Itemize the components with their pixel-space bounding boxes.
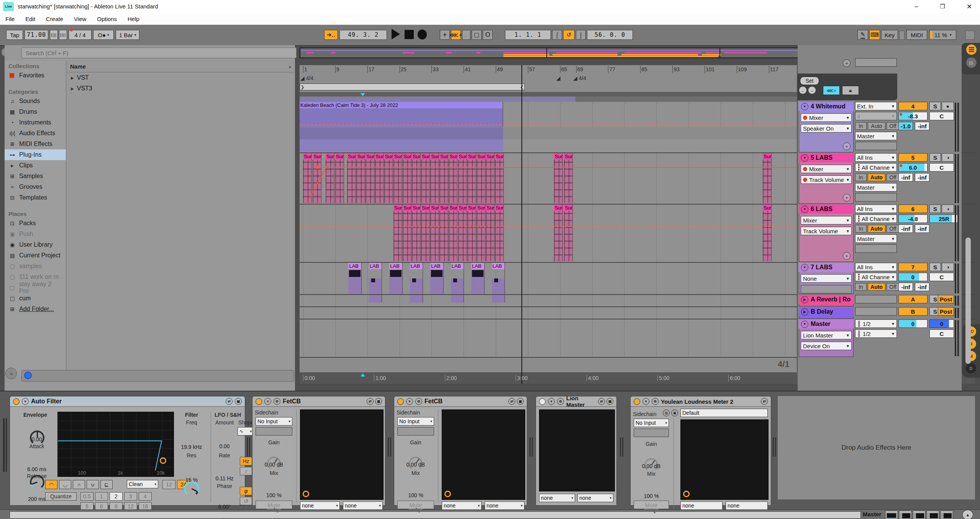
monitor-off-button[interactable]: Off [887, 225, 899, 232]
plugin-preset-field[interactable]: Default [680, 409, 768, 417]
track-activator-button[interactable]: 6 [898, 205, 928, 213]
plugin-panel[interactable] [539, 409, 615, 491]
monitor-in-button[interactable]: In [855, 122, 867, 130]
io-chooser[interactable]: Master▼ [855, 132, 897, 140]
sidebar-item-sounds[interactable]: ♫Sounds [5, 96, 66, 106]
midi-clip-sur[interactable]: Sur [449, 153, 457, 203]
time-signature-field[interactable]: 4 / 4 [69, 30, 92, 40]
clip-body[interactable] [347, 160, 356, 203]
menu-options[interactable]: Options [92, 13, 122, 25]
track-collapse-icon[interactable]: ▼ [801, 103, 808, 110]
midi-clip-sur[interactable]: Sur [477, 205, 485, 261]
sidebar-item-cum[interactable]: ▢cum [5, 293, 66, 304]
clip-body[interactable] [495, 211, 503, 261]
filter-type-button-4[interactable]: ⊑ [100, 480, 113, 489]
clip-body[interactable] [384, 160, 393, 203]
midi-clip-lab[interactable]: LAB [430, 263, 444, 294]
filter-type-button-3[interactable]: ∪ [87, 480, 99, 489]
loop-start-field[interactable]: 1. 1. 1 [505, 30, 551, 40]
ruler-bar-41[interactable]: 41 [464, 66, 471, 73]
session-view-icon[interactable]: ||| [966, 57, 977, 68]
midi-clip-sur[interactable]: Sur [763, 153, 772, 203]
track-control-chooser[interactable]: Track Volume▼ [801, 227, 852, 235]
track-activator-button[interactable]: B [898, 307, 928, 316]
send-field[interactable]: -1.0 [898, 122, 913, 130]
plugin-panel[interactable] [300, 409, 383, 500]
tempo-field[interactable]: 71.00 [25, 30, 48, 40]
midi-clip-sur[interactable]: Sur [495, 205, 504, 261]
hot-swap-icon[interactable]: ⇄ [367, 398, 374, 405]
expand-arrow-icon[interactable]: ▶ [71, 87, 74, 91]
plugin-handle[interactable] [303, 491, 309, 497]
track-collapse-icon[interactable]: ▼ [801, 154, 808, 162]
record-button[interactable] [418, 29, 427, 39]
track-collapse-icon[interactable]: ▼ [801, 321, 808, 328]
mix-value[interactable]: 100 % [634, 493, 669, 499]
device-on-button[interactable] [397, 398, 404, 405]
clip-body[interactable] [403, 211, 411, 261]
track-name-4-whitemud[interactable]: ▼4 Whitemud [799, 102, 854, 111]
pan-field[interactable]: C [929, 112, 954, 120]
clip-body[interactable] [365, 160, 374, 203]
track-activator-button[interactable]: 7 [898, 263, 928, 271]
filter-handle[interactable] [160, 457, 166, 464]
device-drag-handle[interactable] [529, 437, 533, 457]
below-tracks-area[interactable] [300, 358, 797, 372]
sidechain-input-menu[interactable]: No Input▾ [397, 417, 434, 426]
key-map-button[interactable]: Key [881, 30, 898, 40]
ruler-bar-1[interactable]: 1 [303, 66, 307, 73]
automation-line-track6-disabled[interactable] [300, 226, 797, 227]
midi-clip-sur[interactable]: Sur [421, 153, 430, 203]
io-chooser[interactable]: ┇All Channe▼ [855, 163, 897, 172]
clip-body[interactable] [492, 278, 505, 303]
clip-body[interactable] [495, 160, 503, 203]
track-control-chooser[interactable]: Mixer▼ [801, 216, 852, 224]
menu-create[interactable]: Create [41, 13, 69, 25]
device-title-bar[interactable]: ▾⚙︎FetCB⇄▣ [394, 396, 527, 407]
solo-button[interactable]: S [929, 263, 941, 271]
loop-length-field[interactable]: 56. 0. 0 [587, 30, 633, 40]
device-title-bar[interactable]: ▾ ⚙︎ Lion Master ⇄ ▣ [536, 396, 616, 407]
arm-button[interactable]: ◑ [942, 153, 954, 162]
master-device-thumbnail[interactable] [940, 511, 953, 519]
lfo-rate-value[interactable]: 0.11 Hz [212, 475, 237, 481]
ruler-bar-65[interactable]: 65 [560, 66, 567, 73]
ruler-bar-57[interactable]: 57 [528, 66, 535, 73]
midi-clip-sur[interactable]: Sur [412, 153, 421, 203]
sidebar-item-midi-effects[interactable]: ≣MIDI Effects [5, 139, 66, 149]
send-field[interactable]: -inf [898, 173, 913, 182]
midi-clip-sur[interactable]: Sur [384, 153, 393, 203]
quantize-menu[interactable]: 1 Bar▾ [116, 30, 139, 40]
ruler-bar-49[interactable]: 49 [496, 66, 503, 73]
add-automation-lane-button[interactable]: + [843, 59, 851, 67]
sidechain-sub-slot[interactable] [397, 427, 434, 436]
ruler-bar-77[interactable]: 77 [608, 66, 615, 73]
reenable-automation-button[interactable]: ← [462, 30, 470, 40]
vertical-scrollbar[interactable] [965, 237, 971, 364]
volume-field[interactable]: 6.0 [898, 163, 928, 172]
sidebar-item-audio-effects[interactable]: ı|ı|Audio Effects [5, 128, 66, 139]
device-on-button[interactable] [256, 398, 262, 405]
midi-clip-sur[interactable]: Sur [564, 153, 573, 203]
sidebar-item-clips[interactable]: ▸Clips [5, 160, 66, 171]
clip-body[interactable] [412, 160, 420, 203]
volume-field[interactable]: 25R [929, 214, 959, 223]
ruler-bar-9[interactable]: 9 [335, 66, 339, 73]
filter-type-button-0[interactable]: ◠ [45, 480, 57, 489]
midi-clip-sur[interactable]: Sur [365, 153, 374, 203]
send-field[interactable]: -inf [915, 173, 929, 182]
midi-clip-sur[interactable]: Sur [477, 153, 485, 203]
track-control-chooser[interactable]: Speaker On▼ [801, 124, 852, 133]
pan-field[interactable]: 0 [929, 319, 954, 328]
quantize-value-4[interactable]: 4 [139, 492, 152, 501]
io-chooser[interactable]: 4▼ [855, 112, 897, 120]
punch-out-button[interactable]: ⌡ [576, 30, 586, 40]
automation-lane-1-bg[interactable] [300, 127, 797, 139]
ruler-bar-33[interactable]: 33 [431, 66, 439, 73]
volume-field[interactable]: 0 [898, 319, 928, 328]
computer-midi-keyboard-button[interactable]: ⌨ [869, 30, 880, 40]
automation-line-track5[interactable] [318, 167, 797, 168]
midi-clip-sur[interactable]: Sur [393, 153, 402, 203]
save-preset-icon[interactable]: ▣ [671, 409, 678, 416]
device-drag-handle[interactable] [247, 437, 251, 457]
